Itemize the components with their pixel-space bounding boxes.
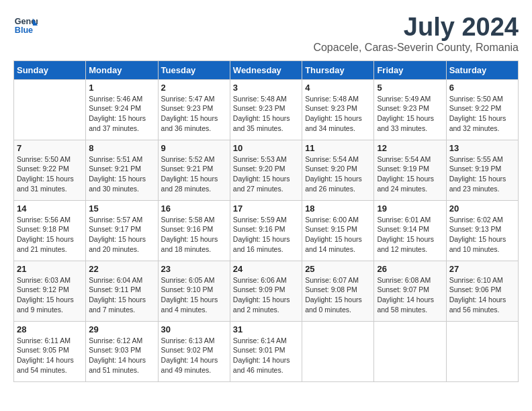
logo-icon: General Blue: [13, 13, 38, 38]
calendar-cell: 13Sunrise: 5:55 AM Sunset: 9:19 PM Dayli…: [446, 140, 518, 200]
day-info: Sunrise: 6:14 AM Sunset: 9:01 PM Dayligh…: [233, 336, 299, 375]
day-info: Sunrise: 6:00 AM Sunset: 9:15 PM Dayligh…: [305, 215, 371, 255]
calendar-cell: 21Sunrise: 6:03 AM Sunset: 9:12 PM Dayli…: [14, 261, 86, 321]
day-info: Sunrise: 6:06 AM Sunset: 9:09 PM Dayligh…: [233, 275, 299, 315]
calendar-cell: 29Sunrise: 6:12 AM Sunset: 9:03 PM Dayli…: [86, 321, 158, 381]
day-number: 16: [161, 203, 227, 214]
day-number: 7: [17, 143, 83, 153]
day-number: 6: [449, 83, 515, 93]
calendar-cell: 6Sunrise: 5:50 AM Sunset: 9:22 PM Daylig…: [446, 79, 518, 140]
day-number: 3: [233, 83, 299, 93]
day-number: 29: [89, 324, 154, 334]
weekday-header-thursday: Thursday: [302, 60, 374, 79]
day-number: 27: [449, 264, 515, 274]
day-number: 18: [305, 203, 371, 214]
calendar-cell: 22Sunrise: 6:04 AM Sunset: 9:11 PM Dayli…: [86, 261, 158, 321]
day-info: Sunrise: 6:07 AM Sunset: 9:08 PM Dayligh…: [305, 275, 371, 315]
day-number: 17: [233, 203, 299, 214]
weekday-header-wednesday: Wednesday: [230, 60, 302, 79]
day-info: Sunrise: 6:02 AM Sunset: 9:13 PM Dayligh…: [449, 215, 515, 255]
day-info: Sunrise: 6:10 AM Sunset: 9:06 PM Dayligh…: [449, 275, 515, 315]
calendar-cell: 24Sunrise: 6:06 AM Sunset: 9:09 PM Dayli…: [230, 261, 302, 321]
month-year-title: July 2024: [313, 13, 519, 42]
calendar-cell: 31Sunrise: 6:14 AM Sunset: 9:01 PM Dayli…: [230, 321, 302, 381]
weekday-header-sunday: Sunday: [14, 60, 86, 79]
day-info: Sunrise: 5:51 AM Sunset: 9:21 PM Dayligh…: [89, 154, 154, 194]
calendar-cell: 17Sunrise: 5:59 AM Sunset: 9:16 PM Dayli…: [230, 200, 302, 261]
day-number: 19: [377, 203, 443, 214]
day-number: 10: [233, 143, 299, 153]
calendar-week-row: 7Sunrise: 5:50 AM Sunset: 9:22 PM Daylig…: [14, 140, 519, 200]
calendar-table: SundayMondayTuesdayWednesdayThursdayFrid…: [13, 60, 519, 382]
day-number: 1: [89, 83, 154, 93]
day-info: Sunrise: 6:03 AM Sunset: 9:12 PM Dayligh…: [17, 275, 83, 315]
calendar-header-row: SundayMondayTuesdayWednesdayThursdayFrid…: [14, 60, 519, 79]
day-number: 9: [161, 143, 227, 153]
calendar-cell: 8Sunrise: 5:51 AM Sunset: 9:21 PM Daylig…: [86, 140, 158, 200]
calendar-cell: 28Sunrise: 6:11 AM Sunset: 9:05 PM Dayli…: [14, 321, 86, 381]
calendar-cell: 15Sunrise: 5:57 AM Sunset: 9:17 PM Dayli…: [86, 200, 158, 261]
calendar-cell: 5Sunrise: 5:49 AM Sunset: 9:23 PM Daylig…: [374, 79, 446, 140]
calendar-cell: 19Sunrise: 6:01 AM Sunset: 9:14 PM Dayli…: [374, 200, 446, 261]
calendar-cell: 16Sunrise: 5:58 AM Sunset: 9:16 PM Dayli…: [158, 200, 230, 261]
header: General Blue July 2024 Copacele, Caras-S…: [13, 13, 519, 54]
location-label: Copacele, Caras-Severin County, Romania: [313, 42, 519, 54]
day-number: 30: [161, 324, 227, 334]
day-number: 22: [89, 264, 154, 274]
day-info: Sunrise: 5:53 AM Sunset: 9:20 PM Dayligh…: [233, 154, 299, 194]
weekday-header-tuesday: Tuesday: [158, 60, 230, 79]
day-info: Sunrise: 5:58 AM Sunset: 9:16 PM Dayligh…: [161, 215, 227, 255]
day-number: 20: [449, 203, 515, 214]
calendar-cell: [302, 321, 374, 381]
weekday-header-friday: Friday: [374, 60, 446, 79]
day-info: Sunrise: 6:08 AM Sunset: 9:07 PM Dayligh…: [377, 275, 443, 315]
calendar-cell: [374, 321, 446, 381]
calendar-cell: [14, 79, 86, 140]
calendar-cell: 26Sunrise: 6:08 AM Sunset: 9:07 PM Dayli…: [374, 261, 446, 321]
calendar-week-row: 1Sunrise: 5:46 AM Sunset: 9:24 PM Daylig…: [14, 79, 519, 140]
calendar-week-row: 21Sunrise: 6:03 AM Sunset: 9:12 PM Dayli…: [14, 261, 519, 321]
day-info: Sunrise: 5:52 AM Sunset: 9:21 PM Dayligh…: [161, 154, 227, 194]
day-info: Sunrise: 5:54 AM Sunset: 9:20 PM Dayligh…: [305, 154, 371, 194]
calendar-cell: 20Sunrise: 6:02 AM Sunset: 9:13 PM Dayli…: [446, 200, 518, 261]
weekday-header-saturday: Saturday: [446, 60, 518, 79]
calendar-cell: 30Sunrise: 6:13 AM Sunset: 9:02 PM Dayli…: [158, 321, 230, 381]
logo: General Blue: [13, 13, 38, 38]
day-number: 24: [233, 264, 299, 274]
calendar-cell: 14Sunrise: 5:56 AM Sunset: 9:18 PM Dayli…: [14, 200, 86, 261]
day-number: 21: [17, 264, 83, 274]
calendar-cell: 1Sunrise: 5:46 AM Sunset: 9:24 PM Daylig…: [86, 79, 158, 140]
day-number: 23: [161, 264, 227, 274]
day-number: 28: [17, 324, 83, 334]
calendar-cell: 25Sunrise: 6:07 AM Sunset: 9:08 PM Dayli…: [302, 261, 374, 321]
calendar-week-row: 14Sunrise: 5:56 AM Sunset: 9:18 PM Dayli…: [14, 200, 519, 261]
day-info: Sunrise: 5:48 AM Sunset: 9:23 PM Dayligh…: [233, 94, 299, 134]
day-info: Sunrise: 5:54 AM Sunset: 9:19 PM Dayligh…: [377, 154, 443, 194]
day-info: Sunrise: 5:55 AM Sunset: 9:19 PM Dayligh…: [449, 154, 515, 194]
calendar-cell: 27Sunrise: 6:10 AM Sunset: 9:06 PM Dayli…: [446, 261, 518, 321]
day-info: Sunrise: 6:13 AM Sunset: 9:02 PM Dayligh…: [161, 336, 227, 375]
day-number: 8: [89, 143, 154, 153]
day-info: Sunrise: 5:50 AM Sunset: 9:22 PM Dayligh…: [17, 154, 83, 194]
day-number: 11: [305, 143, 371, 153]
calendar-cell: 9Sunrise: 5:52 AM Sunset: 9:21 PM Daylig…: [158, 140, 230, 200]
title-section: July 2024 Copacele, Caras-Severin County…: [313, 13, 519, 54]
calendar-cell: 10Sunrise: 5:53 AM Sunset: 9:20 PM Dayli…: [230, 140, 302, 200]
calendar-cell: 7Sunrise: 5:50 AM Sunset: 9:22 PM Daylig…: [14, 140, 86, 200]
day-number: 26: [377, 264, 443, 274]
day-info: Sunrise: 6:04 AM Sunset: 9:11 PM Dayligh…: [89, 275, 154, 315]
day-number: 4: [305, 83, 371, 93]
calendar-cell: 18Sunrise: 6:00 AM Sunset: 9:15 PM Dayli…: [302, 200, 374, 261]
day-number: 5: [377, 83, 443, 93]
day-number: 13: [449, 143, 515, 153]
day-number: 2: [161, 83, 227, 93]
day-info: Sunrise: 6:01 AM Sunset: 9:14 PM Dayligh…: [377, 215, 443, 255]
day-info: Sunrise: 5:47 AM Sunset: 9:23 PM Dayligh…: [161, 94, 227, 134]
day-info: Sunrise: 6:12 AM Sunset: 9:03 PM Dayligh…: [89, 336, 154, 375]
weekday-header-monday: Monday: [86, 60, 158, 79]
day-info: Sunrise: 5:48 AM Sunset: 9:23 PM Dayligh…: [305, 94, 371, 134]
day-info: Sunrise: 6:05 AM Sunset: 9:10 PM Dayligh…: [161, 275, 227, 315]
day-info: Sunrise: 5:59 AM Sunset: 9:16 PM Dayligh…: [233, 215, 299, 255]
day-info: Sunrise: 5:56 AM Sunset: 9:18 PM Dayligh…: [17, 215, 83, 255]
calendar-cell: 12Sunrise: 5:54 AM Sunset: 9:19 PM Dayli…: [374, 140, 446, 200]
